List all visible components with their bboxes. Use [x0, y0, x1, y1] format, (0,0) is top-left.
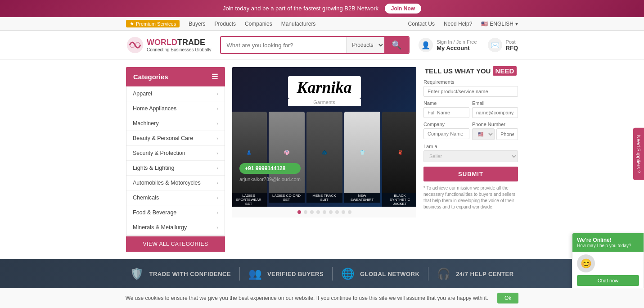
header-right: 👤 Sign In / Join Free My Account ✉️ Post…: [419, 38, 518, 52]
chevron-right-icon: ›: [216, 91, 218, 96]
rfq-title-text: TELL US WHAT YOU: [425, 67, 491, 75]
chat-header: We're Online! How may I help you today?: [572, 233, 644, 252]
category-label: Food & Beverage: [133, 209, 176, 216]
phone-input[interactable]: [496, 128, 518, 140]
category-home-appliances[interactable]: Home Appliances ›: [126, 101, 225, 116]
language-selector[interactable]: 🇺🇸 ENGLISH ▾: [481, 21, 518, 27]
requirements-input[interactable]: [423, 86, 518, 97]
category-label: Beauty & Personal Care: [133, 135, 193, 141]
main-content: Categories ☰ Apparel › Home Appliances ›…: [0, 60, 644, 259]
search-input[interactable]: [221, 37, 346, 53]
post-rfq-link[interactable]: ✉️ Post RFQ: [488, 38, 518, 52]
cookie-ok-button[interactable]: Ok: [497, 293, 518, 303]
i-am-select[interactable]: Seller Buyer: [423, 150, 518, 162]
submit-button[interactable]: SUBMIT: [423, 167, 518, 181]
header: WORLDTRADE Connecting Businesses Globall…: [0, 31, 644, 60]
category-lights-lighting[interactable]: Lights & Lighting ›: [126, 161, 225, 176]
dot-4[interactable]: [316, 210, 320, 214]
category-label: Chemicals: [133, 195, 159, 201]
category-security-protection[interactable]: Security & Protection ›: [126, 146, 225, 161]
cookie-text: We use cookies to ensure that we give yo…: [126, 295, 488, 301]
phone-flag-select[interactable]: 🇺🇸: [472, 128, 495, 140]
chevron-right-icon: ›: [216, 195, 218, 200]
chat-widget: We're Online! How may I help you today? …: [572, 233, 644, 290]
company-phone-row: Company Phone Number 🇺🇸: [423, 118, 518, 140]
dot-3[interactable]: [310, 210, 314, 214]
sidebar: Categories ☰ Apparel › Home Appliances ›…: [126, 67, 225, 252]
nav-manufacturers[interactable]: Manufacturers: [281, 21, 316, 27]
trust-trade-label: TRADE WITH CONFIDENCE: [149, 271, 231, 277]
join-now-button[interactable]: Join Now: [385, 4, 421, 14]
search-category-select[interactable]: Products: [346, 37, 384, 53]
dot-5[interactable]: [323, 210, 326, 214]
chevron-right-icon: ›: [216, 225, 218, 230]
banner-slide: Karnika Garments 👗 LADIES SPORTSWEAR SET…: [232, 67, 416, 207]
dot-8[interactable]: [342, 210, 345, 214]
premium-services-link[interactable]: ★ Premium Services: [126, 20, 180, 27]
rfq-label: RFQ: [506, 45, 518, 51]
cookie-banner: We use cookies to ensure that we give yo…: [0, 288, 644, 308]
category-automobiles-motorcycles[interactable]: Automobiles & Motorcycles ›: [126, 176, 225, 190]
company-input[interactable]: [423, 128, 469, 139]
phone-row: 🇺🇸: [472, 128, 518, 140]
figure-2: 👘 LADIES CO-ORD SET: [269, 112, 305, 207]
dot-9[interactable]: [348, 210, 351, 214]
need-help-link[interactable]: Need Help?: [444, 21, 472, 27]
hamburger-icon[interactable]: ☰: [212, 72, 218, 81]
category-apparel[interactable]: Apparel ›: [126, 86, 225, 101]
view-all-categories-button[interactable]: VIEW ALL CATEGORIES: [126, 236, 225, 252]
agent-avatar: 😊: [577, 254, 595, 272]
sign-in-label: Sign In / Join Free: [437, 39, 477, 45]
nav-buyers[interactable]: Buyers: [189, 21, 205, 27]
figure-1: 👗 LADIES SPORTSWEAR SET: [232, 112, 267, 207]
chevron-right-icon: ›: [216, 210, 218, 215]
nav-bar: ★ Premium Services Buyers Products Compa…: [0, 17, 644, 31]
name-label: Name: [423, 100, 469, 106]
company-label: Company: [423, 122, 469, 127]
email-input[interactable]: [472, 107, 518, 118]
chat-agent: 😊: [572, 252, 644, 275]
search-button[interactable]: 🔍: [384, 37, 409, 53]
category-label: Lights & Lighting: [133, 165, 174, 171]
headset-icon: 🎧: [437, 267, 450, 280]
flag-icon: 🇺🇸: [481, 21, 488, 27]
name-input[interactable]: [423, 107, 469, 118]
nav-products[interactable]: Products: [215, 21, 236, 27]
phone-badge: +91 9999144128: [239, 163, 301, 174]
trust-buyers: 👥 VERIFIED BUYERS: [248, 267, 324, 280]
need-suppliers-label: Need Suppliers ?: [636, 135, 641, 173]
category-food-beverage[interactable]: Food & Beverage ›: [126, 205, 225, 220]
category-chemicals[interactable]: Chemicals ›: [126, 190, 225, 205]
logo[interactable]: WORLDTRADE Connecting Businesses Globall…: [126, 36, 211, 54]
right-nav: Contact Us Need Help? 🇺🇸 ENGLISH ▾: [408, 21, 518, 27]
category-label: Security & Protection: [133, 150, 185, 156]
category-minerals-metallurgy[interactable]: Minerals & Metallurgy ›: [126, 220, 225, 235]
category-machinery[interactable]: Machinery ›: [126, 116, 225, 131]
category-beauty-personal-care[interactable]: Beauty & Personal Care ›: [126, 131, 225, 146]
nav-companies[interactable]: Companies: [245, 21, 272, 27]
category-label: Home Appliances: [133, 105, 176, 112]
rfq-title: TELL US WHAT YOU NEED: [423, 67, 518, 75]
banner-area: Karnika Garments 👗 LADIES SPORTSWEAR SET…: [232, 67, 416, 252]
dot-7[interactable]: [335, 210, 339, 214]
chevron-right-icon: ›: [216, 180, 218, 186]
need-suppliers-tab[interactable]: Need Suppliers ?: [633, 128, 644, 180]
banner-figures: 👗 LADIES SPORTSWEAR SET 👘 LADIES CO-ORD …: [232, 112, 416, 207]
account-link[interactable]: 👤 Sign In / Join Free My Account: [419, 38, 477, 52]
contact-us-link[interactable]: Contact Us: [408, 21, 435, 27]
top-banner: Join today and be a part of the fastest …: [0, 0, 644, 17]
envelope-icon: ✉️: [488, 38, 502, 52]
dot-1[interactable]: [297, 210, 301, 214]
i-am-label: I am a: [423, 144, 518, 149]
chevron-right-icon: ›: [216, 136, 218, 141]
dot-2[interactable]: [304, 210, 307, 214]
chat-online-title: We're Online!: [577, 237, 639, 243]
chat-now-button[interactable]: Chat now: [577, 275, 639, 286]
trust-network-label: GLOBAL NETWORK: [360, 271, 419, 277]
dot-6[interactable]: [329, 210, 333, 214]
chevron-right-icon: ›: [216, 165, 218, 171]
shield-icon: 🛡️: [130, 267, 144, 280]
brand-logo: Karnika Garments: [288, 76, 360, 106]
rfq-form: Requirements Name Email Company Ph: [423, 79, 518, 210]
trust-divider-2: [332, 267, 333, 281]
